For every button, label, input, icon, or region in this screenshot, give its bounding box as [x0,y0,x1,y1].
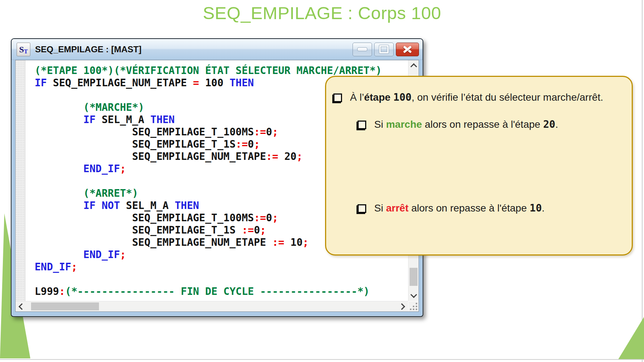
code-token: (*---------------- FIN DE CYCLE --------… [65,285,369,297]
text-segment: 100 [393,91,412,103]
slide-edge-bottom [0,359,644,360]
code-token: SEL_M_A [96,114,151,126]
window-titlebar[interactable]: ST SEQ_EMPILAGE : [MAST] [12,39,423,60]
code-token [35,114,83,126]
code-line [35,273,408,285]
text-segment: . [542,202,545,214]
code-token: THEN [150,114,174,126]
code-line: END_IF; [35,261,408,273]
code-token: 10 [284,236,303,248]
callout-bullet-text: Si marche alors on repasse à l'étape 20. [374,118,558,130]
code-token: := [235,138,248,150]
code-token: END_IF [83,249,120,261]
code-token: 20 [278,151,297,162]
text-segment: étape [364,92,393,103]
code-token: IF [83,200,96,211]
text-segment: Si [374,119,386,130]
code-token: END_IF [35,261,71,273]
callout-bullet-text: Si arrêt alors on repasse à l'étape 10. [374,202,545,214]
text-segment: 10 [530,202,542,214]
code-token: SEQ_EMPILAGE_NUM_ETAPE [35,151,266,162]
close-button[interactable] [396,43,419,56]
editor-gutter [16,60,25,301]
scroll-up-icon[interactable] [410,63,417,70]
code-token: L999 [35,285,59,297]
st-icon-letter-t: T [24,49,28,54]
window-controls [353,43,419,56]
code-token: := [254,126,266,138]
code-token: (*ARRET*) [83,187,138,199]
code-token: ; [120,163,126,175]
code-token: ; [303,236,309,248]
text-segment: arrêt [386,202,409,214]
code-token: IF [83,114,96,126]
restore-icon [379,45,389,53]
scroll-left-icon[interactable] [18,303,25,310]
horizontal-scrollbar[interactable] [16,301,408,311]
code-token: THEN [175,200,199,211]
code-token: := [242,224,254,236]
code-token: = [193,77,199,89]
restore-button[interactable] [374,43,394,56]
code-token: SEQ_EMPILAGE_NUM_ETAPE [47,77,193,89]
code-token: IF [35,77,47,89]
code-token: END_IF [83,163,120,175]
checkbox-bullet-icon [358,121,366,129]
text-segment: , on vérifie l’état du sélecteur marche/… [411,92,603,103]
callout-bullet: Si marche alors on repasse à l'étape 20. [356,118,558,130]
code-token: SEQ_EMPILAGE_T_100MS [35,126,254,138]
code-token: := [272,236,284,248]
code-token: (*MARCHE*) [83,101,144,113]
code-line: L999:(*---------------- FIN DE CYCLE ---… [35,285,408,298]
callout-bullet: À l’étape 100, on vérifie l’état du séle… [332,91,603,103]
code-token: 100 [199,77,229,89]
code-token: : [59,285,65,297]
checkbox-bullet-icon [333,93,342,102]
slide: SEQ_EMPILAGE : Corps 100 ST SEQ_EMPILAGE… [0,0,644,362]
resize-grip[interactable] [409,301,419,311]
code-token [35,200,83,211]
code-token [35,163,83,175]
window-title: SEQ_EMPILAGE : [MAST] [35,44,142,54]
code-token: ; [71,261,77,273]
code-token [35,249,83,261]
code-token [96,200,102,211]
text-segment: 20 [543,118,556,130]
minimize-icon [357,47,367,51]
code-token: ; [254,138,260,150]
code-token: THEN [229,77,254,89]
vertical-scroll-thumb[interactable] [410,268,418,286]
code-token: SEQ_EMPILAGE_T_1S [35,224,242,236]
code-token [35,101,83,113]
code-token: SEQ_EMPILAGE_NUM_ETAPE [35,236,272,248]
callout-bullet-text: À l’étape 100, on vérifie l’état du séle… [350,91,603,103]
code-token: SEL_M_A [120,200,175,211]
minimize-button[interactable] [353,43,372,56]
text-segment: alors on repasse à l'étape [409,202,530,214]
code-token: SEQ_EMPILAGE_T_1S [35,138,235,150]
code-token: := [266,151,278,162]
scroll-right-icon[interactable] [398,303,405,310]
code-token: SEQ_EMPILAGE_T_100MS [35,212,254,224]
code-token: 0 [254,224,260,236]
text-segment: marche [386,119,422,130]
code-token: 0 [248,138,254,150]
slide-title: SEQ_EMPILAGE : Corps 100 [0,3,644,23]
scroll-down-icon[interactable] [410,291,417,298]
horizontal-scroll-thumb[interactable] [31,302,99,310]
text-segment: alors on repasse à l'étape [422,119,543,130]
code-token: ; [260,224,266,236]
code-token: ; [297,151,303,162]
code-line: (*ETAPE 100*)(*VÉRIFICATION ÉTAT SÉLECTE… [35,65,408,77]
st-window-icon: ST [17,43,30,56]
code-token: 0 [266,212,272,224]
annotation-callout: À l’étape 100, on vérifie l’état du séle… [325,76,633,256]
code-token [35,187,83,199]
code-token: ; [272,212,278,224]
code-token: NOT [101,200,120,211]
text-segment: . [555,119,558,130]
st-icon-letter-s: S [19,45,24,54]
green-triangle-decoration-right [618,317,644,359]
slide-edge-right [642,0,643,362]
checkbox-bullet-icon [358,204,366,213]
